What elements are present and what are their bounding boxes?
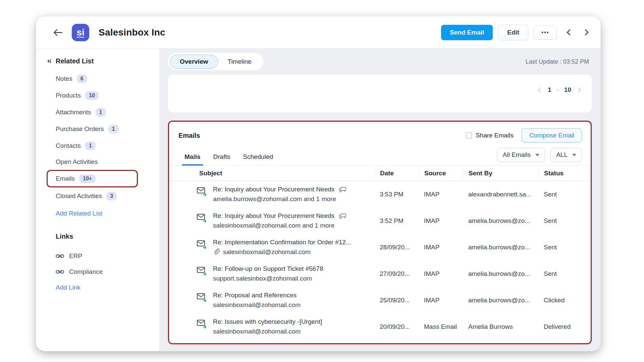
column-status: Status	[538, 169, 591, 178]
email-subject: Re: Inquiry about Your Procurement Needs	[213, 212, 334, 220]
email-source: IMAP	[419, 297, 463, 304]
sent-mail-icon	[197, 293, 207, 302]
email-source: IMAP	[419, 270, 463, 278]
count-badge: 3	[106, 192, 117, 200]
email-recipient: support.salesinbox@zohomail.com	[213, 275, 312, 282]
tab-scheduled[interactable]: Scheduled	[243, 153, 273, 165]
count-badge: 1	[85, 141, 96, 150]
email-status: Sent	[538, 244, 591, 251]
next-record-icon[interactable]	[582, 29, 588, 35]
view-switcher-bar: Overview Timeline Last Update : 03:52 PM	[168, 49, 592, 75]
email-sent-by: amelia.burrows@zo...	[463, 217, 538, 225]
email-subject: Re: Proposal and References	[213, 292, 297, 299]
pagination-separator: -	[557, 86, 559, 94]
tab-mails[interactable]: Mails	[184, 153, 201, 165]
sidebar-item-notes[interactable]: Notes 6	[56, 74, 159, 83]
back-icon[interactable]	[53, 28, 63, 37]
email-date: 27/09/20...	[374, 270, 419, 278]
email-sent-by: amelia.burrows@zo...	[463, 270, 538, 278]
sidebar-item-attachments[interactable]: Attachments 1	[56, 108, 159, 117]
chevron-down-icon	[535, 154, 539, 156]
link-item-compliance[interactable]: Compliance	[56, 268, 159, 276]
emails-panel-highlighted: Emails Share Emails Compose Email Mails …	[168, 121, 592, 344]
attachment-icon	[213, 248, 220, 256]
share-emails-label: Share Emails	[476, 132, 514, 139]
email-source: Mass Email	[419, 323, 463, 330]
pagination-next-icon[interactable]	[576, 87, 581, 93]
sidebar-item-purchase-orders[interactable]: Purchase Orders 1	[56, 125, 159, 133]
pagination-end: 10	[564, 86, 571, 94]
email-recipient: salesinboxmail@zohomail.com	[223, 248, 311, 256]
email-sent-by: Amelia Burrows	[463, 323, 538, 330]
send-email-button[interactable]: Send Email	[441, 25, 493, 40]
email-subject: Re: Follow-up on Support Ticket #5678	[213, 265, 323, 273]
email-source: IMAP	[419, 244, 463, 251]
sidebar-item-contacts[interactable]: Contacts 1	[56, 141, 159, 150]
email-row[interactable]: Re: Inquiry about Your Procurement Needs	[169, 181, 591, 207]
sent-mail-icon	[197, 213, 207, 223]
email-status: Sent	[538, 217, 591, 225]
email-row[interactable]: Re: Implementation Confirmation for Orde…	[169, 234, 591, 260]
email-row[interactable]: Re: Proposal and References	[169, 287, 591, 313]
record-navigation	[568, 30, 588, 35]
sidebar-item-closed-activities[interactable]: Closed Activities 3	[56, 192, 159, 200]
email-row[interactable]: Re: Follow-up on Support Ticket #5678	[169, 260, 591, 287]
count-badge: 1	[96, 108, 106, 117]
email-row[interactable]: Re: Inquiry about Your Procurement Needs	[169, 207, 591, 234]
email-rows: Re: Inquiry about Your Procurement Needs	[169, 181, 591, 343]
email-date: 28/09/20...	[374, 244, 419, 251]
last-update-text: Last Update : 03:52 PM	[526, 58, 592, 65]
add-related-list-link[interactable]: Add Related List	[56, 210, 102, 217]
all-emails-filter-dropdown[interactable]: All Emails	[497, 148, 545, 162]
header-actions: Send Email Edit •••	[441, 25, 588, 40]
all-filter-dropdown[interactable]: ALL	[550, 148, 582, 162]
conversation-icon	[339, 186, 346, 193]
tab-overview[interactable]: Overview	[170, 55, 218, 69]
edit-button[interactable]: Edit	[498, 25, 528, 40]
collapse-panel-icon[interactable]	[46, 58, 52, 64]
page-title: Salesinbox Inc	[99, 27, 165, 38]
add-link-link[interactable]: Add Link	[56, 284, 80, 291]
sidebar-item-emails-highlighted[interactable]: Emails 10+	[47, 170, 138, 187]
chain-link-icon	[56, 269, 64, 275]
emails-panel-title: Emails	[178, 132, 200, 139]
email-date: 3:52 PM	[374, 217, 419, 225]
chain-link-icon	[56, 253, 64, 259]
email-date: 25/09/20...	[374, 297, 419, 304]
more-options-button[interactable]: •••	[534, 25, 557, 40]
sent-mail-icon	[197, 266, 207, 276]
sidebar-item-open-activities[interactable]: Open Activities	[56, 158, 159, 166]
share-emails-checkbox[interactable]	[466, 132, 472, 138]
tab-drafts[interactable]: Drafts	[213, 153, 230, 165]
compose-email-button[interactable]: Compose Email	[522, 128, 582, 142]
count-badge: 6	[77, 74, 87, 83]
app-window: si Salesinbox Inc Send Email Edit ••• Re…	[36, 16, 600, 351]
main-content: Overview Timeline Last Update : 03:52 PM…	[159, 49, 600, 351]
conversation-icon	[339, 213, 346, 219]
tab-timeline[interactable]: Timeline	[218, 55, 261, 69]
email-source: IMAP	[419, 191, 463, 198]
sent-mail-icon	[197, 240, 207, 249]
link-item-erp[interactable]: ERP	[56, 252, 159, 260]
column-sent-by: Sent By	[463, 169, 538, 178]
sent-mail-icon	[197, 187, 207, 196]
previous-record-icon[interactable]	[567, 29, 573, 35]
email-status: Delivered	[538, 323, 591, 330]
email-tabs: Mails Drafts Scheduled All Emails ALL	[169, 146, 591, 166]
column-subject: Subject	[169, 169, 374, 178]
account-logo: si	[72, 24, 89, 41]
pagination-start: 1	[548, 86, 551, 94]
previous-section-card: 1 - 10	[168, 75, 592, 112]
links-section-title: Links	[56, 233, 159, 240]
email-status: Sent	[538, 191, 591, 198]
email-recipient: salesinboxmail@zohomail.com	[213, 328, 301, 335]
sidebar-item-products[interactable]: Products 10	[56, 91, 159, 100]
email-table-header: Subject Date Source Sent By Status	[169, 166, 591, 181]
email-recipient: amelia.burrows@zohomail.com and 1 more	[213, 195, 336, 203]
column-source: Source	[419, 169, 463, 178]
pagination-prev-icon[interactable]	[538, 87, 543, 93]
email-row[interactable]: Re: Issues with cybersecurity -[Urgent]	[169, 313, 591, 340]
email-status: Clicked	[538, 297, 591, 304]
email-recipient: salesinboxmail@zohomail.com and 1 more	[213, 222, 335, 229]
related-list-header: Related List	[46, 57, 159, 65]
